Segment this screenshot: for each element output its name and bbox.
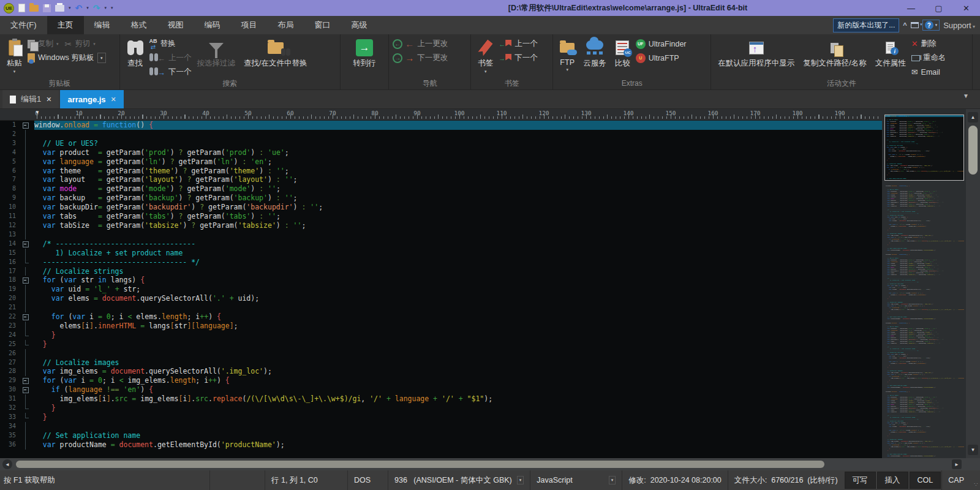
vertical-scrollbar-thumb[interactable]: [968, 126, 978, 175]
next-change-button[interactable]: → 下一更改: [405, 51, 448, 64]
minimap-viewport[interactable]: window.onload = function() { // UE or UE…: [884, 115, 964, 181]
line-number[interactable]: 10: [0, 203, 18, 212]
menu-tab-4[interactable]: 视图: [157, 16, 194, 34]
menu-tab-5[interactable]: 编码: [194, 16, 231, 34]
menu-tab-9[interactable]: 高级: [341, 16, 378, 34]
collapse-ribbon-icon[interactable]: ^: [903, 21, 907, 29]
email-file-button[interactable]: ✉ Email: [911, 66, 946, 78]
code-line[interactable]: 26: [0, 349, 882, 358]
line-number[interactable]: 23: [0, 322, 18, 331]
find-button[interactable]: 查找: [124, 36, 147, 79]
line-number[interactable]: 18: [0, 276, 18, 285]
line-number[interactable]: 27: [0, 358, 18, 368]
fold-marker[interactable]: [18, 376, 34, 385]
status-language-dropdown[interactable]: JavaScript▾: [530, 470, 622, 490]
copy-file-path-button[interactable]: 复制文件路径/名称: [800, 36, 869, 79]
nav-forward-button[interactable]: →: [393, 51, 402, 64]
line-number[interactable]: 2: [0, 130, 18, 139]
line-number[interactable]: 8: [0, 184, 18, 194]
encoding-dropdown-icon[interactable]: ▾: [517, 476, 524, 484]
support-menu[interactable]: Support: [943, 21, 975, 30]
code-line[interactable]: 25 }: [0, 340, 882, 349]
fold-marker[interactable]: [18, 121, 34, 130]
language-dropdown-icon[interactable]: ▾: [609, 476, 616, 484]
line-number[interactable]: 3: [0, 139, 18, 148]
document-tab-0[interactable]: 编辑1✕: [2, 90, 59, 108]
line-number[interactable]: 29: [0, 376, 18, 385]
goto-line-button[interactable]: → 转到行: [350, 36, 379, 79]
status-column-mode-toggle[interactable]: COL: [910, 472, 941, 489]
line-number[interactable]: 32: [0, 404, 18, 413]
compare-button[interactable]: 比较: [612, 36, 633, 79]
scroll-up-icon[interactable]: ▲: [968, 112, 978, 123]
replace-button[interactable]: AB⇄ 替换: [149, 37, 192, 50]
menu-tab-1[interactable]: 主页: [47, 16, 84, 34]
code-line[interactable]: 15 1) Localize + set product name: [0, 249, 882, 258]
line-number[interactable]: 36: [0, 440, 18, 450]
menu-tab-2[interactable]: 编辑: [84, 16, 121, 34]
code-line[interactable]: 34: [0, 422, 882, 431]
fold-marker[interactable]: [18, 276, 34, 285]
code-line[interactable]: 2: [0, 130, 882, 139]
code-line[interactable]: 23 elems[i].innerHTML = langs[str][langu…: [0, 322, 882, 331]
line-number[interactable]: 24: [0, 331, 18, 340]
code-line[interactable]: 31 img_elems[i].src = img_elems[i].src.r…: [0, 394, 882, 404]
line-number[interactable]: 16: [0, 258, 18, 267]
line-number[interactable]: 12: [0, 221, 18, 230]
code-line[interactable]: 21: [0, 303, 882, 312]
status-writable-toggle[interactable]: 可写: [845, 472, 876, 489]
code-line[interactable]: 10 var backupDir= getParam('backupdir') …: [0, 203, 882, 212]
code-line[interactable]: 7 var layout = getParam('layout') ? getP…: [0, 175, 882, 184]
code-editor[interactable]: 1window.onload = function() {23 // UE or…: [0, 121, 882, 458]
update-notice-button[interactable]: 新的版本出现了...: [833, 18, 899, 32]
code-line[interactable]: 24 }: [0, 331, 882, 340]
minimap[interactable]: window.onload = function() { // UE or UE…: [882, 109, 966, 458]
line-number[interactable]: 28: [0, 367, 18, 376]
scroll-left-icon[interactable]: ◄: [2, 459, 12, 469]
rename-file-button[interactable]: 重命名: [911, 51, 946, 64]
minimize-button[interactable]: —: [897, 0, 925, 16]
code-line[interactable]: 14 /* ---------------------------------: [0, 239, 882, 249]
line-number[interactable]: 33: [0, 413, 18, 422]
code-line[interactable]: 22 for (var i = 0; i < elems.length; i++…: [0, 312, 882, 322]
ftp-button[interactable]: FTP▾: [557, 36, 578, 79]
line-number[interactable]: 25: [0, 340, 18, 349]
next-bookmark-button[interactable]: → 下一个: [499, 51, 538, 64]
status-caps-indicator[interactable]: CAP: [941, 470, 970, 490]
prev-bookmark-button[interactable]: ← 上一个: [499, 37, 538, 50]
ribbon-layout-icon[interactable]: [911, 22, 919, 28]
file-properties-button[interactable]: 文件属性: [872, 36, 909, 79]
line-number[interactable]: 21: [0, 303, 18, 312]
bookmark-button[interactable]: 书签▾: [475, 36, 496, 79]
code-line[interactable]: 8 var mode = getParam('mode') ? getParam…: [0, 184, 882, 194]
code-line[interactable]: 11 var tabs = getParam('tabs') ? getPara…: [0, 212, 882, 221]
code-line[interactable]: 35 // Set application name: [0, 431, 882, 440]
fold-marker[interactable]: [18, 312, 34, 322]
code-line[interactable]: 18 for (var str in langs) {: [0, 276, 882, 285]
code-line[interactable]: 20 var elems = document.querySelectorAll…: [0, 294, 882, 303]
tab-list-dropdown-icon[interactable]: ▼: [963, 90, 980, 108]
menu-tab-8[interactable]: 窗口: [304, 16, 341, 34]
paste-button[interactable]: 粘贴▾: [4, 36, 25, 79]
code-line[interactable]: 29 for (var i = 0; i < img_elems.length;…: [0, 376, 882, 385]
line-number[interactable]: 26: [0, 349, 18, 358]
find-next-button[interactable]: → 下一个: [149, 66, 192, 78]
cloud-services-button[interactable]: 云服务: [580, 36, 609, 79]
code-line[interactable]: 6 var theme = getParam('theme') ? getPar…: [0, 167, 882, 176]
ultraftp-button[interactable]: U UltraFTP: [636, 51, 687, 64]
menu-tab-6[interactable]: 项目: [231, 16, 268, 34]
fold-marker[interactable]: [18, 385, 34, 394]
code-line[interactable]: 1window.onload = function() {: [0, 121, 882, 130]
code-line[interactable]: 19 var uid = 'l_' + str;: [0, 285, 882, 294]
maximize-button[interactable]: ▢: [925, 0, 952, 16]
prev-change-button[interactable]: ← 上一更改: [405, 37, 448, 50]
vertical-scrollbar[interactable]: ▲ ▼: [966, 109, 980, 458]
line-number[interactable]: 14: [0, 239, 18, 249]
document-tab-1[interactable]: arrange.js✕: [60, 90, 123, 108]
menu-tab-0[interactable]: 文件(F): [0, 16, 47, 34]
code-line[interactable]: 32 }: [0, 404, 882, 413]
scroll-down-icon[interactable]: ▼: [968, 445, 978, 455]
tab-close-icon[interactable]: ✕: [46, 96, 51, 104]
nav-back-button[interactable]: ←: [393, 37, 402, 50]
windows-clipboard-dropdown[interactable]: Windows 剪贴板 ▾: [28, 51, 106, 64]
